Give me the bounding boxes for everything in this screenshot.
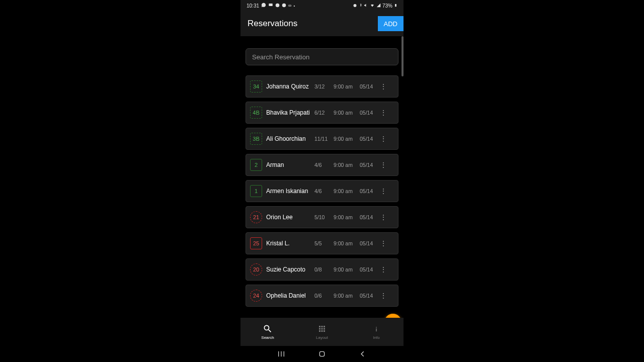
- reservation-list: 34Johanna Quiroz3/129:00 am05/14⋮4BBhavi…: [246, 75, 398, 307]
- reservation-date: 05/14: [360, 293, 376, 299]
- nav-search-label: Search: [261, 335, 274, 340]
- info-icon: [371, 324, 381, 334]
- table-badge: 21: [250, 211, 262, 223]
- search-input[interactable]: [246, 48, 398, 65]
- party-size: 4/6: [314, 162, 330, 168]
- reservation-date: 05/14: [360, 136, 376, 142]
- status-bar: 10:31 ∞ •: [240, 0, 404, 11]
- guest-name: Kristal L.: [266, 240, 310, 247]
- reservation-row[interactable]: 1Armen Iskanian4/69:00 am05/14⋮: [246, 180, 398, 202]
- nav-info[interactable]: Info: [356, 324, 396, 340]
- nav-layout[interactable]: Layout: [302, 324, 342, 340]
- party-size: 3/12: [314, 83, 330, 89]
- party-size: 5/5: [314, 240, 330, 246]
- svg-point-1: [276, 3, 280, 7]
- party-size: 5/10: [314, 214, 330, 220]
- more-menu-icon[interactable]: ⋮: [380, 135, 386, 143]
- reservation-time: 9:00 am: [334, 214, 356, 220]
- mute-icon: [364, 3, 368, 9]
- whatsapp-icon: [261, 3, 266, 9]
- phone-frame: 10:31 ∞ •: [240, 0, 404, 362]
- svg-rect-0: [269, 4, 273, 6]
- svg-point-3: [353, 4, 356, 7]
- more-menu-icon[interactable]: ⋮: [380, 239, 386, 247]
- battery-pct: 73%: [382, 3, 392, 9]
- signal-icon: [376, 3, 381, 9]
- party-size: 4/6: [314, 188, 330, 194]
- recents-button[interactable]: [271, 350, 291, 358]
- party-size: 11/11: [314, 136, 330, 142]
- system-nav: [240, 346, 404, 362]
- status-time: 10:31: [247, 3, 259, 9]
- table-badge: 34: [250, 80, 262, 93]
- search-icon: [263, 324, 273, 334]
- reservation-row[interactable]: 4BBhavika Prjapati6/129:00 am05/14⋮: [246, 102, 398, 124]
- message-icon: [268, 3, 273, 9]
- more-menu-icon[interactable]: ⋮: [380, 292, 386, 300]
- table-badge: 1: [250, 185, 262, 197]
- svg-point-2: [282, 3, 286, 7]
- party-size: 0/8: [314, 266, 330, 273]
- nav-layout-label: Layout: [316, 335, 328, 340]
- svg-rect-4: [395, 4, 396, 6]
- party-size: 6/12: [314, 110, 330, 116]
- reservation-time: 9:00 am: [334, 188, 356, 194]
- guest-name: Suzie Capcoto: [266, 266, 310, 273]
- more-menu-icon[interactable]: ⋮: [380, 265, 386, 274]
- table-badge: 20: [250, 263, 262, 276]
- more-menu-icon[interactable]: ⋮: [380, 161, 386, 169]
- wifi-icon: [370, 3, 375, 9]
- reservation-date: 05/14: [360, 188, 376, 194]
- reservation-time: 9:00 am: [334, 136, 356, 142]
- app-header: Reservations ADD: [240, 11, 404, 36]
- back-button[interactable]: [353, 350, 373, 357]
- reservation-time: 9:00 am: [334, 293, 356, 299]
- guest-name: Bhavika Prjapati: [266, 109, 310, 116]
- more-menu-icon[interactable]: ⋮: [380, 109, 386, 117]
- reservation-row[interactable]: 25Kristal L.5/59:00 am05/14⋮: [246, 232, 398, 254]
- reservation-time: 9:00 am: [334, 83, 356, 89]
- table-badge: 4B: [250, 107, 262, 119]
- content-area: 34Johanna Quiroz3/129:00 am05/14⋮4BBhavi…: [240, 36, 404, 318]
- reservation-row[interactable]: 3BAli Ghoorchian11/119:00 am05/14⋮: [246, 128, 398, 150]
- reservation-time: 9:00 am: [334, 162, 356, 168]
- guest-name: Arman: [266, 161, 310, 168]
- nav-search[interactable]: Search: [248, 324, 288, 340]
- voicemail-icon: ∞: [288, 3, 291, 8]
- reservation-date: 05/14: [360, 83, 376, 89]
- reservation-date: 05/14: [360, 266, 376, 273]
- guest-name: Armen Iskanian: [266, 188, 310, 195]
- reservation-time: 9:00 am: [334, 240, 356, 246]
- home-button[interactable]: [312, 350, 332, 358]
- reservation-date: 05/14: [360, 240, 376, 246]
- guest-name: Johanna Quiroz: [266, 83, 310, 90]
- table-badge: 2: [250, 159, 262, 171]
- scrollbar[interactable]: [401, 36, 404, 107]
- facebook-icon-2: [282, 3, 286, 9]
- more-menu-icon[interactable]: ⋮: [380, 213, 386, 221]
- status-right: 73%: [353, 3, 397, 9]
- record-fab[interactable]: 00:00: [384, 314, 401, 318]
- guest-name: Orion Lee: [266, 214, 310, 221]
- nav-info-label: Info: [373, 335, 379, 340]
- reservation-date: 05/14: [360, 214, 376, 220]
- table-badge: 3B: [250, 133, 262, 145]
- guest-name: Ali Ghoorchian: [266, 135, 310, 142]
- more-menu-icon[interactable]: ⋮: [380, 82, 386, 90]
- reservation-row[interactable]: 2Arman4/69:00 am05/14⋮: [246, 154, 398, 176]
- reservation-time: 9:00 am: [334, 266, 356, 273]
- page-title: Reservations: [248, 19, 297, 29]
- guest-name: Ophelia Daniel: [266, 292, 310, 299]
- party-size: 0/6: [314, 293, 330, 299]
- more-menu-icon[interactable]: ⋮: [380, 187, 386, 195]
- table-badge: 25: [250, 237, 262, 249]
- more-icon: •: [293, 4, 295, 8]
- reservation-date: 05/14: [360, 162, 376, 168]
- reservation-row[interactable]: 34Johanna Quiroz3/129:00 am05/14⋮: [246, 75, 398, 98]
- facebook-icon: [275, 3, 280, 9]
- add-button[interactable]: ADD: [378, 16, 404, 31]
- reservation-row[interactable]: 24Ophelia Daniel0/69:00 am05/14⋮: [246, 285, 398, 307]
- reservation-row[interactable]: 21Orion Lee5/109:00 am05/14⋮: [246, 206, 398, 228]
- reservation-date: 05/14: [360, 110, 376, 116]
- reservation-row[interactable]: 20Suzie Capcoto0/89:00 am05/14⋮: [246, 258, 398, 281]
